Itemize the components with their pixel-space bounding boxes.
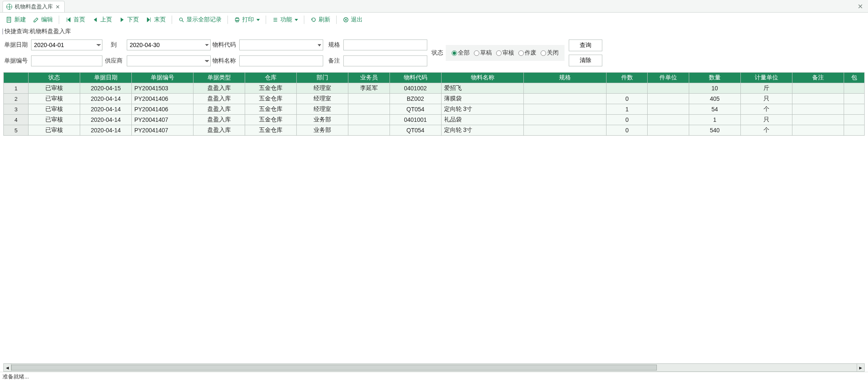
grid-cell[interactable]: 54 bbox=[689, 104, 740, 115]
refresh-button[interactable]: 刷新 bbox=[308, 15, 333, 24]
grid-header[interactable]: 单据日期 bbox=[80, 73, 131, 83]
doc-no-input[interactable] bbox=[31, 55, 102, 66]
last-page-button[interactable]: 末页 bbox=[143, 15, 168, 24]
grid-cell[interactable]: 已审核 bbox=[29, 94, 80, 104]
row-number[interactable]: 1 bbox=[4, 83, 29, 94]
grid-header[interactable]: 数量 bbox=[689, 73, 740, 83]
grid-cell[interactable]: 0401001 bbox=[390, 115, 441, 125]
supplier-input[interactable] bbox=[127, 55, 211, 66]
spec-input[interactable] bbox=[343, 39, 427, 50]
grid-cell[interactable]: 爱招飞 bbox=[441, 83, 524, 94]
grid-cell[interactable]: 业务部 bbox=[297, 115, 348, 125]
mat-code-input[interactable] bbox=[239, 39, 323, 50]
row-number[interactable]: 3 bbox=[4, 104, 29, 115]
mat-name-input[interactable] bbox=[239, 55, 323, 66]
grid-cell[interactable] bbox=[648, 125, 689, 136]
query-button[interactable]: 查询 bbox=[569, 39, 602, 51]
grid-cell[interactable] bbox=[844, 115, 864, 125]
grid-cell[interactable]: 盘盈入库 bbox=[193, 104, 245, 115]
new-button[interactable]: 新建 bbox=[3, 15, 29, 24]
table-row[interactable]: 4已审核2020-04-14PY20041407盘盈入库五金仓库业务部04010… bbox=[4, 115, 865, 125]
grid-cell[interactable]: 斤 bbox=[740, 83, 792, 94]
clear-button[interactable]: 清除 bbox=[569, 55, 602, 66]
grid-cell[interactable] bbox=[648, 115, 689, 125]
grid-cell[interactable]: 五金仓库 bbox=[245, 125, 297, 136]
grid-cell[interactable] bbox=[792, 115, 844, 125]
grid-header[interactable]: 部门 bbox=[297, 73, 348, 83]
grid-cell[interactable] bbox=[792, 125, 844, 136]
grid-cell[interactable]: 1 bbox=[689, 115, 740, 125]
status-radio-draft[interactable]: 草稿 bbox=[474, 49, 492, 57]
grid-cell[interactable]: 经理室 bbox=[297, 104, 348, 115]
grid-scroll[interactable]: 状态单据日期单据编号单据类型仓库部门业务员物料代码物料名称规格件数件单位数量计量… bbox=[3, 72, 865, 363]
grid-cell[interactable]: 礼品袋 bbox=[441, 115, 524, 125]
grid-cell[interactable]: 盘盈入库 bbox=[193, 115, 245, 125]
function-button[interactable]: 功能 bbox=[269, 15, 301, 24]
grid-header[interactable]: 仓库 bbox=[245, 73, 297, 83]
date-to-input[interactable]: 2020-04-30 bbox=[127, 39, 211, 50]
grid-cell[interactable] bbox=[348, 115, 390, 125]
grid-header[interactable]: 备注 bbox=[792, 73, 844, 83]
grid-cell[interactable]: 业务部 bbox=[297, 125, 348, 136]
first-page-button[interactable]: 首页 bbox=[63, 15, 88, 24]
grid-cell[interactable]: 定向轮 3寸 bbox=[441, 125, 524, 136]
grid-cell[interactable] bbox=[348, 125, 390, 136]
grid-cell[interactable]: 经理室 bbox=[297, 83, 348, 94]
grid-cell[interactable]: 1 bbox=[607, 104, 648, 115]
grid-cell[interactable] bbox=[648, 94, 689, 104]
remark-input[interactable] bbox=[343, 55, 427, 66]
row-number[interactable]: 2 bbox=[4, 94, 29, 104]
grid-cell[interactable]: 2020-04-14 bbox=[80, 115, 131, 125]
grid-cell[interactable]: 个 bbox=[740, 104, 792, 115]
show-all-button[interactable]: 显示全部记录 bbox=[175, 15, 224, 24]
grid-cell[interactable]: 五金仓库 bbox=[245, 104, 297, 115]
table-row[interactable]: 1已审核2020-04-15PY20041503盘盈入库五金仓库经理室李延军04… bbox=[4, 83, 865, 94]
status-radio-close[interactable]: 关闭 bbox=[541, 49, 559, 57]
grid-cell[interactable]: 经理室 bbox=[297, 94, 348, 104]
tab-close-icon[interactable]: ✕ bbox=[55, 4, 60, 10]
print-button[interactable]: 打印 bbox=[231, 15, 262, 24]
grid-cell[interactable]: 五金仓库 bbox=[245, 94, 297, 104]
grid-cell[interactable]: 10 bbox=[689, 83, 740, 94]
grid-cell[interactable]: 2020-04-14 bbox=[80, 104, 131, 115]
grid-cell[interactable]: 已审核 bbox=[29, 115, 80, 125]
grid-cell[interactable] bbox=[607, 83, 648, 94]
grid-header[interactable]: 计量单位 bbox=[740, 73, 792, 83]
grid-header[interactable]: 物料名称 bbox=[441, 73, 524, 83]
grid-header[interactable]: 状态 bbox=[29, 73, 80, 83]
grid-cell[interactable]: 盘盈入库 bbox=[193, 125, 245, 136]
scroll-thumb[interactable] bbox=[11, 365, 657, 370]
grid-cell[interactable]: PY20041406 bbox=[131, 94, 193, 104]
grid-header[interactable]: 包 bbox=[844, 73, 864, 83]
table-row[interactable]: 5已审核2020-04-14PY20041407盘盈入库五金仓库业务部QT054… bbox=[4, 125, 865, 136]
grid-cell[interactable]: BZ002 bbox=[390, 94, 441, 104]
grid-header[interactable]: 物料代码 bbox=[390, 73, 441, 83]
grid-cell[interactable]: 已审核 bbox=[29, 125, 80, 136]
grid-cell[interactable] bbox=[524, 94, 607, 104]
horizontal-scrollbar[interactable]: ◂ ▸ bbox=[3, 363, 865, 372]
grid-cell[interactable] bbox=[524, 83, 607, 94]
grid-cell[interactable]: 盘盈入库 bbox=[193, 83, 245, 94]
scroll-right-icon[interactable]: ▸ bbox=[857, 364, 864, 371]
grid-cell[interactable] bbox=[792, 104, 844, 115]
grid-cell[interactable]: 2020-04-15 bbox=[80, 83, 131, 94]
row-number[interactable]: 5 bbox=[4, 125, 29, 136]
grid-cell[interactable]: 405 bbox=[689, 94, 740, 104]
grid-cell[interactable] bbox=[844, 94, 864, 104]
grid-cell[interactable]: PY20041406 bbox=[131, 104, 193, 115]
grid-cell[interactable]: 0 bbox=[607, 115, 648, 125]
grid-cell[interactable]: 五金仓库 bbox=[245, 83, 297, 94]
grid-cell[interactable] bbox=[524, 115, 607, 125]
app-close-icon[interactable]: ✕ bbox=[852, 1, 868, 12]
scroll-left-icon[interactable]: ◂ bbox=[4, 364, 11, 371]
grid-cell[interactable]: 只 bbox=[740, 94, 792, 104]
grid-cell[interactable] bbox=[792, 83, 844, 94]
grid-cell[interactable]: 2020-04-14 bbox=[80, 125, 131, 136]
grid-cell[interactable]: 盘盈入库 bbox=[193, 94, 245, 104]
grid-header[interactable]: 规格 bbox=[524, 73, 607, 83]
grid-cell[interactable]: 0401002 bbox=[390, 83, 441, 94]
grid-cell[interactable]: 已审核 bbox=[29, 104, 80, 115]
status-radio-all[interactable]: 全部 bbox=[452, 49, 470, 57]
exit-button[interactable]: 退出 bbox=[340, 15, 365, 24]
grid-header[interactable]: 单据编号 bbox=[131, 73, 193, 83]
